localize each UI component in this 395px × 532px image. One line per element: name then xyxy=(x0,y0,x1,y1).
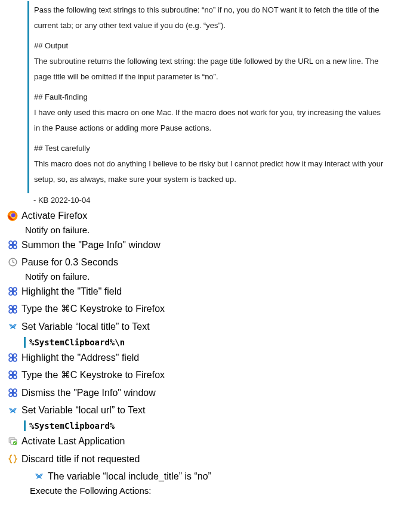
note-paragraph: Pass the following text strings to this … xyxy=(34,2,387,33)
note-signoff: - KB 2022-10-04 xyxy=(27,193,389,207)
action-pause[interactable]: Pause for 0.3 Seconds xyxy=(6,253,389,271)
condition-label: The variable “local include_title” is “n… xyxy=(48,469,211,484)
comment-block: Pass the following text strings to this … xyxy=(27,1,389,193)
action-label: Highlight the "Title" field xyxy=(21,284,122,299)
action-label: Dismiss the "Page Info" window xyxy=(21,385,156,401)
action-label: Summon the "Page Info" window xyxy=(21,237,161,253)
firefox-icon xyxy=(7,211,18,221)
action-set-var-title[interactable]: Set Variable “local title” to Text xyxy=(6,318,389,336)
variable-icon xyxy=(7,321,18,332)
action-label: Pause for 0.3 Seconds xyxy=(21,255,118,270)
action-label: Type the ⌘C Keystroke to Firefox xyxy=(21,301,165,317)
if-execute-label: Execute the Following Actions: xyxy=(30,485,389,497)
action-label: Activate Firefox xyxy=(21,208,87,224)
action-if-discard-title[interactable]: Discard title if not requested xyxy=(6,450,389,468)
if-condition-row[interactable]: The variable “local include_title” is “n… xyxy=(32,468,389,485)
command-icon xyxy=(7,286,18,297)
action-value: %SystemClipboard% xyxy=(24,420,389,431)
note-heading: ## Fault-finding xyxy=(34,89,387,105)
last-application-icon xyxy=(7,436,18,447)
action-option: Notify on failure. xyxy=(25,225,389,236)
action-value: %SystemClipboard%\n xyxy=(24,337,389,348)
braces-icon xyxy=(7,453,18,464)
action-type-copy-1[interactable]: Type the ⌘C Keystroke to Firefox xyxy=(6,300,389,318)
action-highlight-address[interactable]: Highlight the "Address" field xyxy=(6,349,389,367)
action-label: Highlight the "Address" field xyxy=(21,350,139,366)
note-paragraph: This macro does not do anything I believ… xyxy=(34,156,387,187)
svg-point-2 xyxy=(11,213,16,217)
command-icon xyxy=(7,388,18,398)
action-activate-last-app[interactable]: Activate Last Application xyxy=(6,432,389,450)
clock-icon xyxy=(7,257,18,268)
action-summon-page-info[interactable]: Summon the "Page Info" window xyxy=(6,236,389,254)
variable-icon xyxy=(7,405,18,416)
variable-icon xyxy=(33,471,44,482)
action-dismiss-page-info[interactable]: Dismiss the "Page Info" window xyxy=(6,384,389,402)
action-label: Type the ⌘C Keystroke to Firefox xyxy=(21,367,165,383)
action-set-var-url[interactable]: Set Variable “local url” to Text xyxy=(6,401,389,419)
action-label: Set Variable “local title” to Text xyxy=(21,319,150,335)
command-icon xyxy=(7,370,18,381)
note-heading: ## Output xyxy=(34,38,387,54)
action-label: Activate Last Application xyxy=(21,434,125,449)
action-type-copy-2[interactable]: Type the ⌘C Keystroke to Firefox xyxy=(6,366,389,384)
action-label: Discard title if not requested xyxy=(21,451,140,467)
command-icon xyxy=(7,304,18,314)
action-highlight-title[interactable]: Highlight the "Title" field xyxy=(6,283,389,301)
note-heading: ## Test carefully xyxy=(34,141,387,156)
action-label: Set Variable “local url” to Text xyxy=(21,403,146,418)
note-paragraph: I have only used this macro on one Mac. … xyxy=(34,105,387,136)
command-icon xyxy=(7,239,18,250)
action-activate-firefox[interactable]: Activate Firefox xyxy=(6,207,389,225)
command-icon xyxy=(7,352,18,363)
note-paragraph: The subroutine returns the following tex… xyxy=(34,54,387,85)
action-option: Notify on failure. xyxy=(25,271,389,283)
